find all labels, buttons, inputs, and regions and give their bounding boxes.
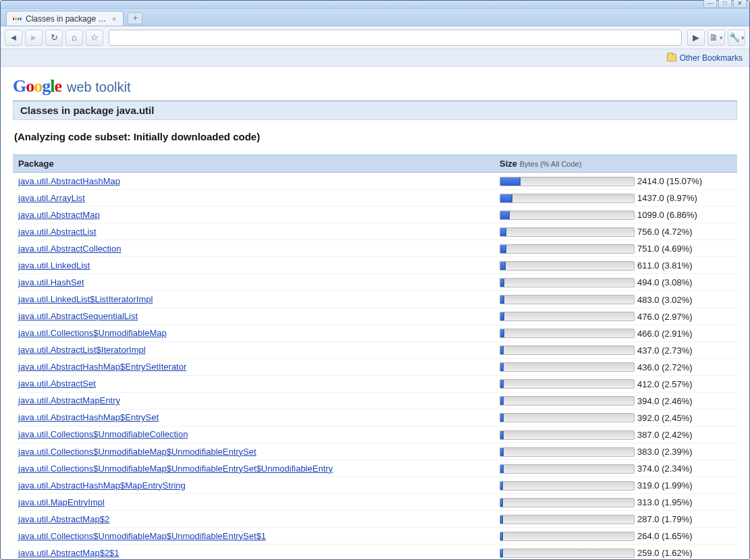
forward-icon: ► (30, 32, 38, 43)
table-row: java.util.LinkedList611.0 (3.81%) (13, 257, 737, 274)
forward-button[interactable]: ► (25, 30, 43, 46)
size-bar (500, 312, 635, 321)
size-bar (500, 177, 635, 186)
table-row: java.util.Collections$UnmodifiableMap466… (13, 325, 737, 341)
package-link[interactable]: java.util.HashSet (18, 277, 84, 287)
address-bar[interactable] (109, 30, 682, 46)
window-maximize-button[interactable]: □ (718, 0, 732, 8)
page-icon: 🗎 (709, 32, 718, 43)
size-bar (500, 345, 635, 355)
back-icon: ◄ (9, 32, 18, 43)
page-header: Google web toolkit (13, 76, 737, 101)
wrench-icon: 🔧 (729, 32, 740, 43)
other-bookmarks-button[interactable]: Other Bookmarks (667, 53, 743, 63)
package-link[interactable]: java.util.AbstractHashMap$MapEntryString (18, 480, 186, 491)
table-row: java.util.Collections$UnmodifiableMap$Un… (13, 528, 737, 544)
tab-strip: Classes in package j... × + (1, 9, 749, 26)
package-link[interactable]: java.util.AbstractHashMap$EntrySet (18, 412, 159, 422)
page-menu-button[interactable]: 🗎 (707, 30, 725, 46)
package-link[interactable]: java.util.AbstractMapEntry (18, 395, 120, 405)
size-bar (500, 278, 635, 287)
size-bar (500, 464, 635, 474)
package-link[interactable]: java.util.LinkedList (18, 260, 90, 271)
browser-tab[interactable]: Classes in package j... × (6, 11, 124, 26)
table-row: java.util.Collections$UnmodifiableCollec… (13, 426, 737, 443)
size-bar (500, 261, 635, 271)
table-row: java.util.AbstractList$IteratorImpl437.0… (13, 341, 737, 358)
reload-button[interactable]: ↻ (45, 30, 63, 46)
size-text: 466.0 (2.91%) (637, 329, 693, 339)
column-header-size[interactable]: Size Bytes (% All Code) (494, 155, 737, 173)
package-link[interactable]: java.util.AbstractList$IteratorImpl (18, 345, 146, 355)
package-link[interactable]: java.util.AbstractSet (18, 379, 96, 389)
window-minimize-button[interactable]: — (703, 0, 717, 8)
table-row: java.util.AbstractSet412.0 (2.57%) (13, 375, 737, 392)
size-text: 494.0 (3.08%) (637, 277, 693, 287)
size-text: 476.0 (2.97%) (637, 312, 693, 322)
logo-subtitle: web toolkit (67, 80, 131, 95)
package-link[interactable]: java.util.AbstractMap$2$1 (18, 548, 119, 558)
section-title: Classes in package java.util (13, 101, 737, 120)
package-link[interactable]: java.util.LinkedList$ListIteratorImpl (18, 294, 153, 304)
size-bar (500, 244, 635, 254)
size-text: 412.0 (2.57%) (637, 379, 693, 389)
wrench-menu-button[interactable]: 🔧 (728, 30, 745, 46)
window-titlebar[interactable]: — □ ✕ (1, 1, 749, 9)
folder-icon (667, 54, 676, 61)
back-button[interactable]: ◄ (5, 30, 22, 46)
size-bar (500, 413, 635, 422)
home-icon: ⌂ (72, 32, 77, 43)
table-row: java.util.AbstractSequentialList476.0 (2… (13, 308, 737, 325)
new-tab-button[interactable]: + (128, 12, 142, 24)
package-link[interactable]: java.util.Collections$UnmodifiableMap (18, 328, 167, 338)
package-link[interactable]: java.util.AbstractCollection (18, 244, 121, 254)
package-link[interactable]: java.util.AbstractSequentialList (18, 311, 138, 321)
window-close-button[interactable]: ✕ (733, 0, 747, 8)
bookmark-star-button[interactable]: ☆ (86, 30, 103, 46)
size-bar (500, 515, 635, 524)
size-bar (500, 227, 635, 237)
package-link[interactable]: java.util.Collections$UnmodifiableMap$Un… (18, 447, 257, 457)
table-row: java.util.AbstractMap$2287.0 (1.79%) (13, 511, 737, 528)
size-text: 287.0 (1.79%) (637, 514, 693, 524)
package-link[interactable]: java.util.AbstractMap (18, 210, 100, 220)
size-text: 1437.0 (8.97%) (637, 193, 697, 203)
size-text: 394.0 (2.46%) (637, 396, 693, 406)
tab-close-button[interactable]: × (111, 15, 117, 23)
classes-table: Package Size Bytes (% All Code) java.uti… (13, 155, 737, 559)
favicon-icon (12, 14, 22, 24)
play-icon: ▶ (693, 32, 699, 43)
home-button[interactable]: ⌂ (65, 30, 83, 46)
table-row: java.util.AbstractMap$2$1259.0 (1.62%) (13, 544, 737, 559)
size-bar (500, 481, 635, 491)
other-bookmarks-label: Other Bookmarks (680, 53, 743, 63)
package-link[interactable]: java.util.AbstractList (18, 227, 97, 237)
size-bar (500, 498, 635, 507)
size-text: 392.0 (2.45%) (637, 413, 693, 423)
package-link[interactable]: java.util.Collections$UnmodifiableMap$Un… (18, 531, 266, 541)
package-link[interactable]: java.util.Collections$UnmodifiableMap$Un… (18, 464, 333, 474)
package-link[interactable]: java.util.Collections$UnmodifiableCollec… (18, 429, 188, 439)
go-button[interactable]: ▶ (687, 30, 705, 46)
size-text: 436.0 (2.72%) (637, 362, 693, 372)
table-row: java.util.LinkedList$ListIteratorImpl483… (13, 291, 737, 308)
table-row: java.util.MapEntryImpl313.0 (1.95%) (13, 494, 737, 511)
analyzing-subtitle: (Analyzing code subset: Initially downlo… (13, 120, 737, 155)
package-link[interactable]: java.util.ArrayList (18, 193, 85, 203)
size-bar (500, 447, 635, 457)
package-link[interactable]: java.util.AbstractHashMap$EntrySetIterat… (18, 362, 186, 372)
table-row: java.util.AbstractMapEntry394.0 (2.46%) (13, 392, 737, 409)
table-row: java.util.AbstractHashMap$EntrySetIterat… (13, 358, 737, 375)
column-header-package[interactable]: Package (13, 155, 494, 173)
size-text: 313.0 (1.95%) (637, 497, 693, 507)
size-text: 751.0 (4.69%) (637, 244, 693, 254)
size-text: 1099.0 (6.86%) (637, 210, 697, 220)
package-link[interactable]: java.util.AbstractHashMap (18, 176, 120, 186)
table-row: java.util.HashSet494.0 (3.08%) (13, 274, 737, 291)
package-link[interactable]: java.util.AbstractMap$2 (18, 514, 109, 524)
size-text: 756.0 (4.72%) (637, 227, 693, 237)
size-bar (500, 362, 635, 372)
size-bar (500, 430, 635, 440)
package-link[interactable]: java.util.MapEntryImpl (18, 497, 105, 507)
table-row: java.util.AbstractHashMap$EntrySet392.0 … (13, 409, 737, 426)
